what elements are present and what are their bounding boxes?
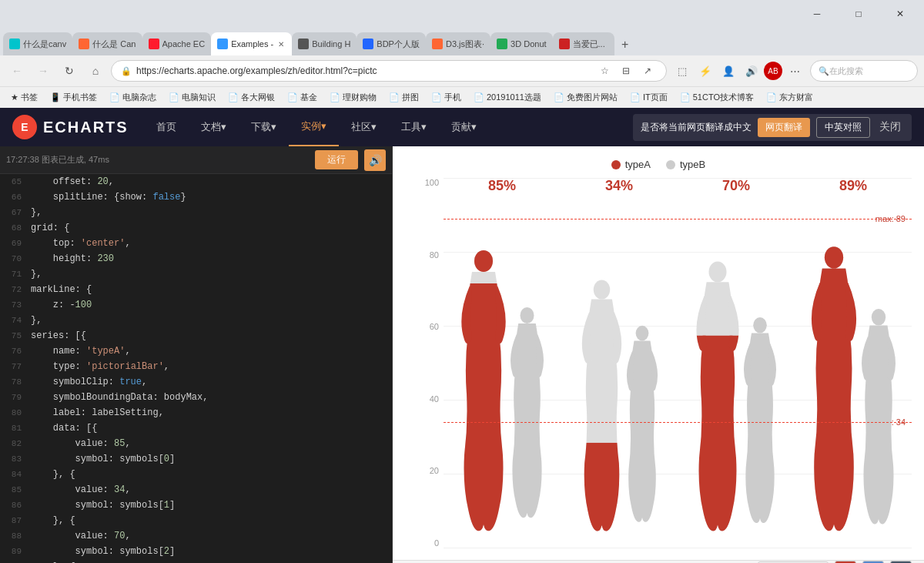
home-button[interactable]: ⌂ <box>85 60 106 82</box>
bookmark-icon: 📄 <box>630 92 641 102</box>
close-translate-button[interactable]: 关闭 <box>876 120 904 134</box>
chart-col-2: 34% <box>569 178 669 532</box>
line-number-81: 81 <box>0 421 28 435</box>
bookmark-电脑杂志[interactable]: 📄电脑杂志 <box>105 90 161 105</box>
adblock-icon[interactable]: AB <box>764 62 782 80</box>
translate-button[interactable]: 网页翻译 <box>758 118 810 137</box>
code-line-83: 83 symbol: symbols[0] <box>0 451 392 467</box>
bookmark-电脑知识[interactable]: 📄电脑知识 <box>164 90 220 105</box>
bookmark-基金[interactable]: 📄基金 <box>283 90 322 105</box>
editor-toolbar: 17:27:38 图表已生成, 47ms 运行 🔊 <box>0 146 392 174</box>
bookmark-label: 免费图片网站 <box>567 92 618 103</box>
bookmark-20191011选题[interactable]: 📄20191011选题 <box>469 90 546 105</box>
percentage-3: 70% <box>722 178 750 194</box>
line-content-67: }, <box>28 206 392 220</box>
chart-col-3: 70% <box>686 178 786 532</box>
extensions-icon[interactable]: ⚡ <box>695 60 716 82</box>
line-number-76: 76 <box>0 344 28 358</box>
nav-item-社区[interactable]: 社区▾ <box>339 108 389 146</box>
tab-favicon-apache <box>149 39 159 49</box>
translate-bilingual-button[interactable]: 中英对照 <box>816 117 870 138</box>
code-content[interactable]: 65 offset: 20,66 splitLine: {show: false… <box>0 174 392 563</box>
bookmark-各大网银[interactable]: 📄各大网银 <box>223 90 280 105</box>
browser-tab-dangai[interactable]: 当爱已... <box>553 32 614 55</box>
search-box[interactable]: 🔍 在此搜索 <box>810 60 918 82</box>
svg-point-10 <box>708 261 726 282</box>
nav-item-下载[interactable]: 下载▾ <box>239 108 289 146</box>
code-line-70: 70 height: 230 <box>0 251 392 266</box>
bookmark-拼图[interactable]: 📄拼图 <box>384 90 424 105</box>
chart-col-1: 85% <box>452 178 552 532</box>
browser-tab-donut[interactable]: 3D Donut <box>490 32 552 55</box>
tab-label-building: Building H <box>312 39 350 49</box>
bookmark-理财购物[interactable]: 📄理财购物 <box>325 90 381 105</box>
send-icon[interactable]: ↗ <box>638 62 657 80</box>
chart-body: 100 80 60 40 20 0 max: 89 <box>405 178 912 548</box>
new-tab-button[interactable]: + <box>614 34 636 55</box>
refresh-button[interactable]: ↻ <box>59 60 80 82</box>
bookmark-书签[interactable]: ★书签 <box>6 90 42 105</box>
nav-item-工具[interactable]: 工具▾ <box>389 108 439 146</box>
bookmark-51CTO技术博客[interactable]: 📄51CTO技术博客 <box>675 90 758 105</box>
run-button[interactable]: 运行 <box>315 150 358 169</box>
search-placeholder: 在此搜索 <box>829 65 863 77</box>
code-line-81: 81 data: [{ <box>0 421 392 436</box>
browser-tab-building[interactable]: Building H <box>292 32 357 55</box>
star-icon[interactable]: ☆ <box>595 62 614 80</box>
tab-favicon-jiandan <box>79 39 89 49</box>
forward-button[interactable]: → <box>32 60 54 82</box>
tab-favicon-bdp <box>363 39 373 49</box>
browser-tab-apache[interactable]: Apache EC <box>142 32 212 55</box>
line-content-77: type: 'pictorialBar', <box>28 360 392 374</box>
sound-icon[interactable]: 🔊 <box>741 60 762 82</box>
bookmark-label: 拼图 <box>402 92 419 103</box>
bookmark-手机书签[interactable]: 📱手机书签 <box>45 90 102 105</box>
line-number-82: 82 <box>0 437 28 451</box>
line-content-73: z: -100 <box>28 298 392 312</box>
account-icon[interactable]: 👤 <box>718 60 739 82</box>
nav-item-首页[interactable]: 首页 <box>144 108 189 146</box>
browser-tab-canva[interactable]: 什么是canv <box>3 32 72 55</box>
line-number-71: 71 <box>0 267 28 281</box>
bookmark-IT页面[interactable]: 📄IT页面 <box>625 90 672 105</box>
line-content-66: splitLine: {show: false} <box>28 190 392 204</box>
nav-item-文档[interactable]: 文档▾ <box>189 108 239 146</box>
sound-toggle-button[interactable]: 🔊 <box>364 149 386 171</box>
close-button[interactable]: ✕ <box>882 3 918 25</box>
browser-tab-examples[interactable]: Examples -✕ <box>211 32 292 55</box>
bookmark-icon: 📄 <box>228 92 239 102</box>
code-line-74: 74}, <box>0 313 392 328</box>
browser-tab-bdp[interactable]: BDP个人版 <box>357 32 426 55</box>
bookmark-icon: 📄 <box>330 92 340 102</box>
bookmark-东方财富[interactable]: 📄东方财富 <box>762 90 818 105</box>
code-line-67: 67}, <box>0 205 392 220</box>
nav-item-实例[interactable]: 实例▾ <box>289 108 339 146</box>
svg-point-6 <box>593 280 609 300</box>
line-number-70: 70 <box>0 252 28 266</box>
line-content-71: }, <box>28 267 392 281</box>
nav-item-贡献[interactable]: 贡献▾ <box>439 108 489 146</box>
figure-typeb-4 <box>861 293 896 532</box>
line-content-80: label: labelSetting, <box>28 406 392 420</box>
collections-icon[interactable]: ⬚ <box>671 60 693 82</box>
minimize-button[interactable]: ─ <box>799 3 835 25</box>
bookmark-label: IT页面 <box>643 92 668 103</box>
maximize-button[interactable]: □ <box>841 3 876 25</box>
line-number-80: 80 <box>0 406 28 420</box>
back-button[interactable]: ← <box>6 60 28 82</box>
menu-icon[interactable]: ⋯ <box>784 60 805 82</box>
line-content-89: symbol: symbols[2] <box>28 545 392 558</box>
line-content-84: }, { <box>28 467 392 481</box>
code-line-75: 75series: [{ <box>0 328 392 343</box>
browser-tab-d3[interactable]: D3.js图表· <box>426 32 490 55</box>
address-input[interactable]: 🔒 https://echarts.apache.org/examples/zh… <box>111 60 667 82</box>
bookmark-手机[interactable]: 📄手机 <box>427 90 466 105</box>
code-line-86: 86 symbol: symbols[1] <box>0 498 392 513</box>
bookmark-icon: 📄 <box>431 92 442 102</box>
reader-icon[interactable]: ⊟ <box>617 62 635 80</box>
browser-tab-jiandan[interactable]: 什么是 Can <box>72 32 142 55</box>
percentage-2: 34% <box>605 178 633 194</box>
svg-point-17 <box>872 309 886 325</box>
tab-close-examples[interactable]: ✕ <box>276 39 286 50</box>
bookmark-免费图片网站[interactable]: 📄免费图片网站 <box>549 90 622 105</box>
